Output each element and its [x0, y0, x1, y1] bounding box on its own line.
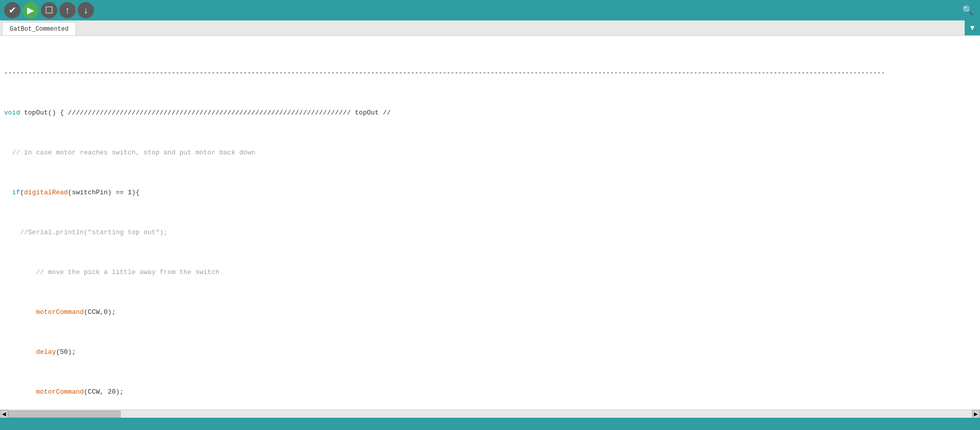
tabbar: GatBot_Commented ▼: [0, 20, 980, 36]
editor-scroll[interactable]: ----------------------------------------…: [0, 36, 980, 410]
new-button[interactable]: ☐: [41, 2, 57, 18]
code-line: // in case motor reaches switch, stop an…: [0, 148, 980, 158]
search-button[interactable]: 🔍: [960, 2, 976, 18]
code-line: motorCommand(CCW, 20);: [0, 387, 980, 397]
chevron-down-icon: ▼: [969, 24, 976, 32]
code-line: delay(50);: [0, 347, 980, 357]
code-line: void topOut() { ////////////////////////…: [0, 108, 980, 118]
verify-button[interactable]: ✔: [4, 2, 20, 18]
save-button[interactable]: ↓: [78, 2, 94, 18]
hscroll-thumb[interactable]: [8, 411, 121, 418]
toolbar: ✔ ▶ ☐ ↑ ↓ 🔍: [0, 0, 980, 20]
hscroll-track[interactable]: [8, 410, 972, 418]
code-line: motorCommand(CCW,0);: [0, 307, 980, 318]
editor-container: ----------------------------------------…: [0, 36, 980, 418]
tab-label: GatBot_Commented: [10, 26, 68, 33]
scroll-right-button[interactable]: ▶: [972, 410, 980, 418]
bottom-status-bar: [0, 418, 980, 430]
open-button[interactable]: ↑: [59, 2, 76, 18]
code-line: if(digitalRead(switchPin) == 1){: [0, 188, 980, 198]
tab-gatbot-commented[interactable]: GatBot_Commented: [2, 22, 76, 35]
tab-dropdown-button[interactable]: ▼: [965, 20, 980, 35]
upload-button[interactable]: ▶: [22, 2, 39, 18]
scroll-left-button[interactable]: ◀: [0, 410, 8, 418]
editor-content: ----------------------------------------…: [0, 36, 980, 410]
code-line: ----------------------------------------…: [0, 68, 980, 78]
code-line: // move the pick a little away from the …: [0, 267, 980, 278]
horizontal-scrollbar: ◀ ▶: [0, 410, 980, 418]
code-line: //Serial.println("starting top out");: [0, 228, 980, 238]
